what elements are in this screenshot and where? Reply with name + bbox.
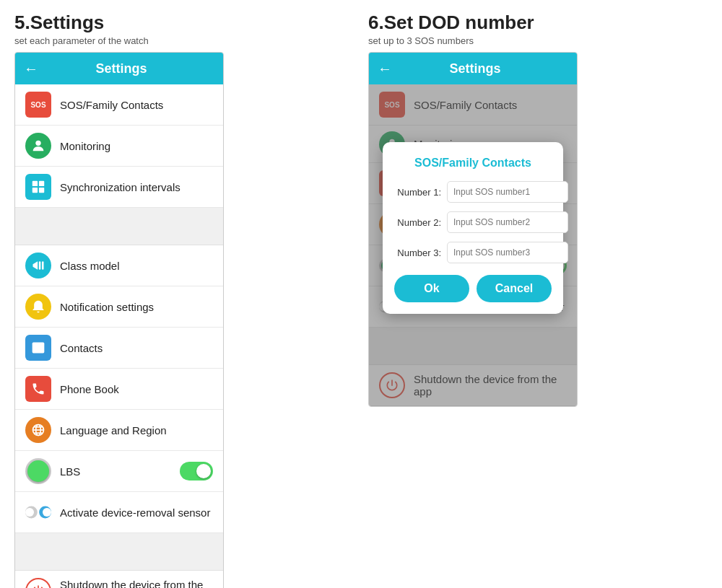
left-item-phonebook[interactable]: Phone Book bbox=[15, 369, 223, 410]
dialog-field-1: Number 1: bbox=[394, 181, 552, 203]
svg-rect-2 bbox=[39, 181, 44, 186]
left-divider-2 bbox=[15, 533, 223, 571]
number1-input[interactable] bbox=[447, 181, 568, 203]
svg-point-9 bbox=[35, 345, 38, 348]
shutdown-label: Shutdown the device from the app bbox=[60, 579, 213, 588]
left-section-header: 5.Settings set each parameter of the wat… bbox=[14, 12, 354, 46]
svg-point-20 bbox=[43, 508, 51, 517]
left-phone-list: SOS SOS/Family Contacts Monitoring bbox=[15, 84, 223, 588]
svg-rect-1 bbox=[32, 181, 38, 186]
shutdown-icon bbox=[25, 578, 51, 588]
monitoring-icon bbox=[25, 133, 51, 159]
number3-input[interactable] bbox=[447, 242, 568, 263]
number2-input[interactable] bbox=[447, 211, 568, 233]
notification-icon bbox=[25, 294, 51, 320]
svg-point-18 bbox=[25, 508, 34, 517]
sync-label: Synchronization intervals bbox=[60, 181, 213, 193]
contacts-label: Contacts bbox=[60, 342, 213, 354]
svg-rect-7 bbox=[42, 261, 44, 270]
left-item-class[interactable]: Class model bbox=[15, 245, 223, 286]
left-item-lbs[interactable]: LBS bbox=[15, 451, 223, 492]
right-back-button[interactable]: ← bbox=[378, 61, 392, 77]
svg-point-0 bbox=[35, 141, 40, 146]
left-item-contacts[interactable]: Contacts bbox=[15, 328, 223, 369]
svg-rect-10 bbox=[40, 346, 43, 346]
svg-rect-6 bbox=[39, 261, 41, 270]
left-item-language[interactable]: Language and Region bbox=[15, 410, 223, 451]
sos-icon: SOS bbox=[25, 92, 51, 118]
right-phone-list: SOS SOS/Family Contacts Monitori... SOS/… bbox=[369, 84, 577, 406]
svg-rect-4 bbox=[39, 188, 44, 193]
left-item-sos[interactable]: SOS SOS/Family Contacts bbox=[15, 84, 223, 126]
monitoring-label: Monitoring bbox=[60, 140, 213, 152]
right-phone: ← Settings SOS SOS/Family Contacts Monit… bbox=[368, 52, 578, 407]
left-item-sync[interactable]: Synchronization intervals bbox=[15, 167, 223, 208]
lbs-toggle-icon bbox=[25, 458, 51, 484]
dialog-overlay: SOS/Family Contacts Number 1: Number 2: … bbox=[369, 84, 577, 406]
phonebook-label: Phone Book bbox=[60, 383, 213, 395]
left-item-monitoring[interactable]: Monitoring bbox=[15, 126, 223, 167]
sync-icon bbox=[25, 174, 51, 200]
language-label: Language and Region bbox=[60, 424, 213, 436]
number2-label: Number 2: bbox=[394, 217, 441, 228]
right-section-subtitle: set up to 3 SOS numbers bbox=[368, 35, 708, 46]
svg-marker-5 bbox=[33, 261, 38, 270]
left-section-title: 5.Settings bbox=[14, 12, 354, 34]
dialog-buttons: Ok Cancel bbox=[394, 275, 552, 302]
svg-rect-11 bbox=[40, 347, 43, 348]
dialog-field-2: Number 2: bbox=[394, 211, 552, 233]
class-icon bbox=[25, 253, 51, 278]
left-header-title: Settings bbox=[45, 61, 197, 76]
right-header-title: Settings bbox=[399, 61, 551, 76]
lbs-label: LBS bbox=[60, 465, 171, 478]
left-back-button[interactable]: ← bbox=[24, 61, 38, 77]
left-divider-1 bbox=[15, 208, 223, 245]
sos-label: SOS/Family Contacts bbox=[60, 99, 213, 111]
left-item-device-removal[interactable]: Activate device-removal sensor bbox=[15, 492, 223, 533]
left-item-shutdown[interactable]: Shutdown the device from the app bbox=[15, 571, 223, 588]
number1-label: Number 1: bbox=[394, 187, 441, 198]
device-removal-label: Activate device-removal sensor bbox=[60, 506, 213, 519]
device-removal-icon bbox=[25, 499, 51, 525]
contacts-icon bbox=[25, 335, 51, 361]
dialog-field-3: Number 3: bbox=[394, 242, 552, 263]
right-phone-header: ← Settings bbox=[369, 53, 577, 84]
svg-rect-3 bbox=[32, 188, 38, 193]
dialog-cancel-button[interactable]: Cancel bbox=[477, 275, 552, 302]
lbs-toggle[interactable] bbox=[180, 462, 213, 481]
phonebook-icon bbox=[25, 376, 51, 402]
dialog-title: SOS/Family Contacts bbox=[394, 157, 552, 170]
dialog-ok-button[interactable]: Ok bbox=[394, 275, 469, 302]
class-label: Class model bbox=[60, 260, 213, 272]
number3-label: Number 3: bbox=[394, 247, 441, 258]
left-phone: ← Settings SOS SOS/Family Contacts Monit… bbox=[14, 52, 224, 588]
right-section-header: 6.Set DOD number set up to 3 SOS numbers bbox=[368, 12, 708, 46]
left-section-subtitle: set each parameter of the watch bbox=[14, 35, 354, 46]
language-icon bbox=[25, 417, 51, 443]
dialog-box: SOS/Family Contacts Number 1: Number 2: … bbox=[383, 142, 563, 314]
notification-label: Notification settings bbox=[60, 301, 213, 313]
left-item-notification[interactable]: Notification settings bbox=[15, 286, 223, 328]
right-section-title: 6.Set DOD number bbox=[368, 12, 708, 34]
left-phone-header: ← Settings bbox=[15, 53, 223, 84]
